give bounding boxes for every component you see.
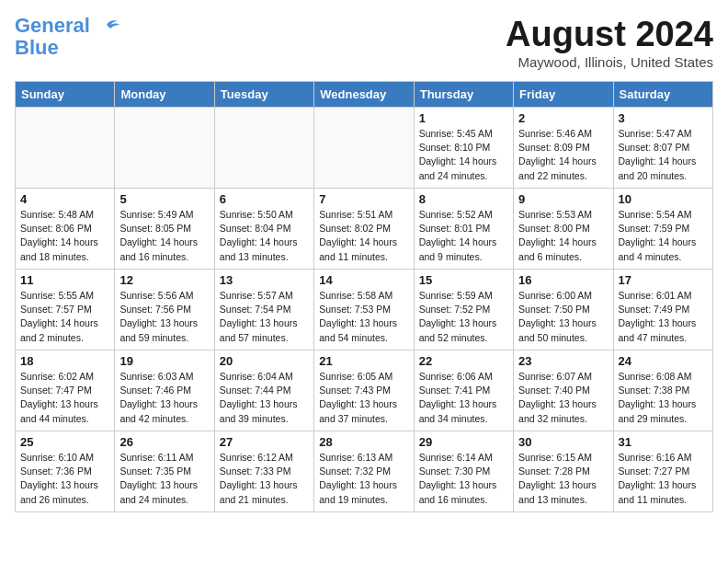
day-number: 11	[20, 273, 109, 287]
day-number: 1	[419, 111, 508, 125]
title-section: August 2024 Maywood, Illinois, United St…	[506, 15, 713, 70]
table-row: 19Sunrise: 6:03 AM Sunset: 7:46 PM Dayli…	[115, 350, 214, 431]
day-info: Sunrise: 5:54 AM Sunset: 7:59 PM Dayligh…	[619, 208, 708, 264]
day-number: 22	[419, 354, 508, 368]
day-info: Sunrise: 5:50 AM Sunset: 8:04 PM Dayligh…	[220, 208, 309, 264]
table-row	[314, 108, 414, 189]
day-info: Sunrise: 6:16 AM Sunset: 7:27 PM Dayligh…	[619, 451, 708, 507]
day-number: 2	[518, 111, 608, 125]
day-info: Sunrise: 5:55 AM Sunset: 7:57 PM Dayligh…	[20, 289, 109, 345]
day-number: 27	[220, 435, 309, 449]
col-monday: Monday	[115, 82, 214, 108]
table-row: 15Sunrise: 5:59 AM Sunset: 7:52 PM Dayli…	[414, 270, 513, 350]
day-info: Sunrise: 5:52 AM Sunset: 8:01 PM Dayligh…	[419, 208, 508, 264]
day-info: Sunrise: 6:11 AM Sunset: 7:35 PM Dayligh…	[119, 451, 209, 507]
table-row: 23Sunrise: 6:07 AM Sunset: 7:40 PM Dayli…	[514, 350, 613, 431]
day-info: Sunrise: 6:00 AM Sunset: 7:50 PM Dayligh…	[518, 289, 608, 345]
logo-bird-icon	[94, 17, 119, 40]
table-row	[115, 108, 214, 189]
table-row: 27Sunrise: 6:12 AM Sunset: 7:33 PM Dayli…	[214, 431, 313, 512]
day-info: Sunrise: 5:48 AM Sunset: 8:06 PM Dayligh…	[20, 208, 109, 264]
calendar-header-row: Sunday Monday Tuesday Wednesday Thursday…	[16, 82, 713, 108]
table-row: 22Sunrise: 6:06 AM Sunset: 7:41 PM Dayli…	[414, 350, 513, 431]
day-info: Sunrise: 5:59 AM Sunset: 7:52 PM Dayligh…	[419, 289, 508, 345]
logo: GeneralBlue	[15, 15, 119, 59]
day-number: 24	[619, 354, 708, 368]
calendar-table: Sunday Monday Tuesday Wednesday Thursday…	[15, 81, 713, 512]
calendar-week-row: 4Sunrise: 5:48 AM Sunset: 8:06 PM Daylig…	[16, 189, 713, 270]
day-number: 4	[20, 192, 109, 206]
day-info: Sunrise: 6:13 AM Sunset: 7:32 PM Dayligh…	[319, 451, 408, 507]
table-row: 17Sunrise: 6:01 AM Sunset: 7:49 PM Dayli…	[613, 270, 712, 350]
col-tuesday: Tuesday	[214, 82, 313, 108]
table-row: 13Sunrise: 5:57 AM Sunset: 7:54 PM Dayli…	[214, 270, 313, 350]
calendar-week-row: 25Sunrise: 6:10 AM Sunset: 7:36 PM Dayli…	[16, 431, 713, 512]
table-row: 31Sunrise: 6:16 AM Sunset: 7:27 PM Dayli…	[613, 431, 712, 512]
calendar-week-row: 11Sunrise: 5:55 AM Sunset: 7:57 PM Dayli…	[16, 270, 713, 350]
day-number: 3	[619, 111, 708, 125]
day-info: Sunrise: 5:46 AM Sunset: 8:09 PM Dayligh…	[518, 127, 608, 183]
table-row: 29Sunrise: 6:14 AM Sunset: 7:30 PM Dayli…	[414, 431, 513, 512]
table-row: 25Sunrise: 6:10 AM Sunset: 7:36 PM Dayli…	[16, 431, 115, 512]
logo-text: GeneralBlue	[15, 15, 90, 59]
day-number: 15	[419, 273, 508, 287]
table-row: 28Sunrise: 6:13 AM Sunset: 7:32 PM Dayli…	[314, 431, 414, 512]
col-friday: Friday	[514, 82, 613, 108]
day-number: 13	[220, 273, 309, 287]
table-row: 6Sunrise: 5:50 AM Sunset: 8:04 PM Daylig…	[214, 189, 313, 270]
table-row: 8Sunrise: 5:52 AM Sunset: 8:01 PM Daylig…	[414, 189, 513, 270]
table-row: 7Sunrise: 5:51 AM Sunset: 8:02 PM Daylig…	[314, 189, 414, 270]
day-info: Sunrise: 5:49 AM Sunset: 8:05 PM Dayligh…	[119, 208, 209, 264]
table-row	[16, 108, 115, 189]
day-number: 31	[619, 435, 708, 449]
day-info: Sunrise: 6:02 AM Sunset: 7:47 PM Dayligh…	[20, 370, 109, 426]
day-number: 9	[518, 192, 608, 206]
day-number: 7	[319, 192, 408, 206]
day-number: 18	[20, 354, 109, 368]
table-row: 26Sunrise: 6:11 AM Sunset: 7:35 PM Dayli…	[115, 431, 214, 512]
month-year-title: August 2024	[506, 15, 713, 54]
day-number: 8	[419, 192, 508, 206]
table-row: 10Sunrise: 5:54 AM Sunset: 7:59 PM Dayli…	[613, 189, 712, 270]
day-number: 12	[119, 273, 209, 287]
col-wednesday: Wednesday	[314, 82, 414, 108]
day-info: Sunrise: 5:53 AM Sunset: 8:00 PM Dayligh…	[518, 208, 608, 264]
day-number: 21	[319, 354, 408, 368]
day-info: Sunrise: 6:05 AM Sunset: 7:43 PM Dayligh…	[319, 370, 408, 426]
day-number: 6	[220, 192, 309, 206]
table-row: 16Sunrise: 6:00 AM Sunset: 7:50 PM Dayli…	[514, 270, 613, 350]
day-number: 10	[619, 192, 708, 206]
day-info: Sunrise: 6:12 AM Sunset: 7:33 PM Dayligh…	[220, 451, 309, 507]
location-subtitle: Maywood, Illinois, United States	[506, 54, 713, 70]
day-number: 26	[119, 435, 209, 449]
calendar-week-row: 1Sunrise: 5:45 AM Sunset: 8:10 PM Daylig…	[16, 108, 713, 189]
day-info: Sunrise: 6:01 AM Sunset: 7:49 PM Dayligh…	[619, 289, 708, 345]
table-row: 18Sunrise: 6:02 AM Sunset: 7:47 PM Dayli…	[16, 350, 115, 431]
day-info: Sunrise: 5:51 AM Sunset: 8:02 PM Dayligh…	[319, 208, 408, 264]
calendar-week-row: 18Sunrise: 6:02 AM Sunset: 7:47 PM Dayli…	[16, 350, 713, 431]
day-number: 16	[518, 273, 608, 287]
page-header: GeneralBlue August 2024 Maywood, Illinoi…	[15, 15, 713, 70]
day-number: 30	[518, 435, 608, 449]
table-row: 5Sunrise: 5:49 AM Sunset: 8:05 PM Daylig…	[115, 189, 214, 270]
table-row: 24Sunrise: 6:08 AM Sunset: 7:38 PM Dayli…	[613, 350, 712, 431]
day-info: Sunrise: 5:45 AM Sunset: 8:10 PM Dayligh…	[419, 127, 508, 183]
day-info: Sunrise: 5:58 AM Sunset: 7:53 PM Dayligh…	[319, 289, 408, 345]
table-row: 14Sunrise: 5:58 AM Sunset: 7:53 PM Dayli…	[314, 270, 414, 350]
day-info: Sunrise: 5:57 AM Sunset: 7:54 PM Dayligh…	[220, 289, 309, 345]
day-info: Sunrise: 6:14 AM Sunset: 7:30 PM Dayligh…	[419, 451, 508, 507]
table-row: 11Sunrise: 5:55 AM Sunset: 7:57 PM Dayli…	[16, 270, 115, 350]
day-number: 19	[119, 354, 209, 368]
day-info: Sunrise: 6:04 AM Sunset: 7:44 PM Dayligh…	[220, 370, 309, 426]
day-number: 28	[319, 435, 408, 449]
day-number: 5	[119, 192, 209, 206]
day-number: 25	[20, 435, 109, 449]
col-saturday: Saturday	[613, 82, 712, 108]
col-sunday: Sunday	[16, 82, 115, 108]
day-info: Sunrise: 6:06 AM Sunset: 7:41 PM Dayligh…	[419, 370, 508, 426]
table-row: 30Sunrise: 6:15 AM Sunset: 7:28 PM Dayli…	[514, 431, 613, 512]
day-info: Sunrise: 6:08 AM Sunset: 7:38 PM Dayligh…	[619, 370, 708, 426]
day-info: Sunrise: 6:07 AM Sunset: 7:40 PM Dayligh…	[518, 370, 608, 426]
table-row: 3Sunrise: 5:47 AM Sunset: 8:07 PM Daylig…	[613, 108, 712, 189]
day-info: Sunrise: 6:15 AM Sunset: 7:28 PM Dayligh…	[518, 451, 608, 507]
